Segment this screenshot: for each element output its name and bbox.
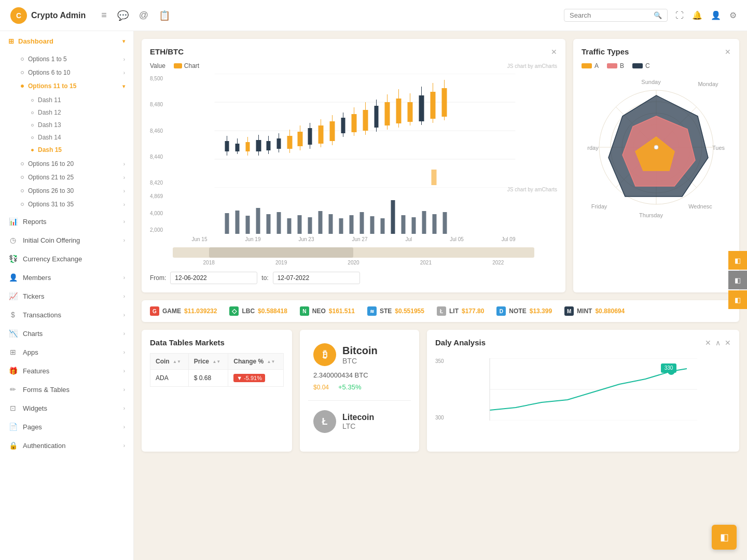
ltc-symbol: LTC — [342, 422, 374, 430]
submenu-options-11-15[interactable]: Options 11 to 15 ▾ — [0, 79, 133, 93]
clipboard-icon[interactable]: 📋 — [159, 10, 170, 21]
main-content: ETH/BTC ✕ Value Chart JS chart by amChar… — [134, 31, 747, 560]
lbc-icon: ◇ — [229, 306, 239, 316]
submenu-options-16-20[interactable]: Options 16 to 20 › — [0, 157, 133, 171]
chevron-right-icon: › — [123, 312, 125, 318]
analysis-collapse[interactable]: ✕ — [705, 339, 711, 347]
table-header: Data Tables Markets — [150, 338, 284, 347]
timeline-section: 2018 2019 2020 2021 2022 — [150, 243, 557, 268]
at-icon[interactable]: @ — [139, 10, 148, 21]
note-icon: D — [496, 306, 506, 316]
sidebar-item-pages[interactable]: 📄 Pages › — [0, 417, 133, 436]
traffic-card: Traffic Types ✕ A B — [573, 39, 739, 292]
btc-icon: ₿ — [313, 343, 336, 366]
dash-12[interactable]: Dash 12 — [0, 106, 133, 119]
settings-icon[interactable]: ⚙ — [729, 10, 737, 20]
svg-text:Thursday: Thursday — [639, 212, 663, 218]
search-icon[interactable]: 🔍 — [654, 11, 662, 19]
legend-chart-icon — [174, 63, 182, 68]
tickers-icon: 📈 — [8, 292, 18, 300]
analysis-controls: ✕ ∧ ✕ — [705, 339, 731, 347]
sidebar-item-currency[interactable]: 💱 Currency Exchange — [0, 249, 133, 268]
fullscreen-icon[interactable]: ⛶ — [675, 11, 684, 20]
submenu-options-26-30[interactable]: Options 26 to 30 › — [0, 184, 133, 198]
analysis-svg: 330 — [456, 358, 731, 421]
sort-icon[interactable]: ▲▼ — [267, 359, 275, 364]
members-icon: 👤 — [8, 273, 18, 282]
submenu-dot — [21, 189, 24, 192]
chevron-down-icon: ▾ — [122, 83, 125, 89]
chevron-right-icon: › — [123, 387, 125, 393]
sidebar-dashboard[interactable]: ⊞ Dashboard ▾ — [0, 31, 133, 51]
sidebar-item-forms[interactable]: ✏ Forms & Tables › — [0, 380, 133, 399]
notification-icon[interactable]: 🔔 — [692, 10, 702, 20]
from-date-input[interactable] — [170, 272, 257, 284]
btc-usd: $0.04 — [313, 384, 329, 391]
sidebar-item-members[interactable]: 👤 Members › — [0, 268, 133, 287]
float-btn-2[interactable]: ◧ — [728, 271, 747, 289]
sidebar-item-widgets[interactable]: ⊡ Widgets › — [0, 399, 133, 417]
analysis-close[interactable]: ✕ — [725, 339, 731, 347]
menu-icon[interactable]: ≡ — [101, 10, 107, 21]
sidebar-item-tickers[interactable]: 📈 Tickers › — [0, 287, 133, 305]
search-input[interactable] — [570, 11, 654, 19]
forms-icon: ✏ — [8, 385, 18, 394]
user-icon[interactable]: 👤 — [711, 10, 721, 20]
timeline-handle[interactable] — [209, 247, 354, 258]
traffic-title: Traffic Types — [582, 47, 629, 56]
timeline-bar[interactable] — [173, 247, 534, 258]
sidebar-item-reports[interactable]: 📊 Reports › — [0, 212, 133, 231]
pages-icon: 📄 — [8, 423, 18, 431]
dash-11[interactable]: Dash 11 — [0, 94, 133, 106]
submenu-options-21-25[interactable]: Options 21 to 25 › — [0, 171, 133, 184]
analysis-y-axis: 350 300 — [435, 358, 456, 421]
bottom-row: Data Tables Markets Coin ▲▼ Price — [142, 330, 739, 459]
dash-13[interactable]: Dash 13 — [0, 119, 133, 131]
svg-rect-47 — [432, 170, 437, 185]
svg-rect-68 — [433, 214, 437, 234]
analysis-action-button[interactable]: ◧ — [712, 525, 737, 550]
svg-rect-67 — [422, 211, 426, 234]
sidebar-item-transactions[interactable]: $ Transactions › — [0, 305, 133, 324]
dash-15[interactable]: Dash 15 — [0, 144, 133, 156]
eth-btc-close[interactable]: ✕ — [551, 48, 557, 56]
submenu-options-31-35[interactable]: Options 31 to 35 › — [0, 198, 133, 211]
sort-icon[interactable]: ▲▼ — [173, 359, 181, 364]
chevron-right-icon: › — [123, 443, 125, 449]
btc-card: ₿ Bitcoin BTC 2.340000434 BTC $0.04 +5.3… — [300, 330, 419, 452]
sidebar-item-apps[interactable]: ⊞ Apps › — [0, 343, 133, 361]
col-coin[interactable]: Coin ▲▼ — [150, 354, 189, 370]
sidebar-item-auth[interactable]: 🔒 Authentication › — [0, 436, 133, 455]
col-change[interactable]: Change % ▲▼ — [228, 354, 284, 370]
legend-c-icon — [632, 63, 643, 68]
submenu-dot — [21, 71, 24, 74]
float-btn-1[interactable]: ◧ — [728, 251, 747, 270]
change-cell: ▼ -5.91% — [228, 370, 284, 387]
submenu-options-1-5[interactable]: Options 1 to 5 › — [0, 52, 133, 66]
svg-text:Tues: Tues — [712, 145, 725, 151]
submenu-options-6-10[interactable]: Options 6 to 10 › — [0, 66, 133, 79]
svg-rect-55 — [298, 215, 302, 234]
svg-rect-53 — [277, 212, 281, 234]
dash-14[interactable]: Dash 14 — [0, 131, 133, 144]
traffic-close[interactable]: ✕ — [725, 48, 731, 56]
candlestick-svg — [173, 74, 557, 188]
chevron-right-icon: › — [123, 202, 125, 207]
sidebar-item-charts[interactable]: 📉 Charts › — [0, 324, 133, 343]
svg-rect-64 — [391, 200, 395, 234]
sidebar-item-features[interactable]: 🎁 Features › — [0, 361, 133, 380]
sort-icon[interactable]: ▲▼ — [212, 359, 220, 364]
col-price[interactable]: Price ▲▼ — [188, 354, 228, 370]
table-row: ADA $ 0.68 ▼ -5.91% — [150, 370, 284, 387]
to-date-input[interactable] — [273, 272, 360, 284]
float-btn-3[interactable]: ◧ — [728, 290, 747, 309]
coin-cell: ADA — [150, 370, 189, 387]
svg-rect-49 — [236, 211, 240, 234]
chevron-right-icon: › — [123, 331, 125, 337]
analysis-expand[interactable]: ∧ — [715, 339, 721, 347]
search-area: 🔍 — [564, 9, 668, 22]
btc-symbol: BTC — [342, 357, 378, 365]
sidebar-item-ico[interactable]: ◷ Initial Coin Offering › — [0, 231, 133, 249]
radar-svg: Sunday Monday Tues Wednesc Thursday Frid… — [584, 75, 729, 220]
chat-icon[interactable]: 💬 — [117, 10, 129, 21]
